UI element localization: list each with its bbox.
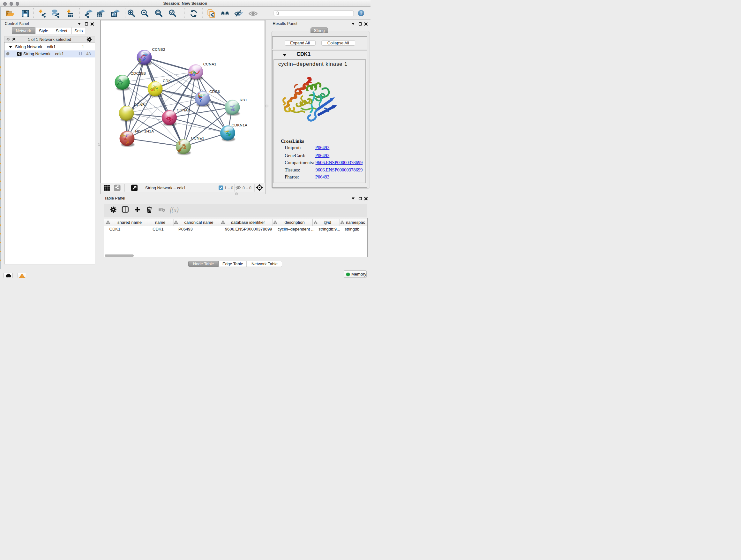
svg-text:9606.ENSP00000378699: 9606.ENSP00000378699 (225, 226, 272, 231)
svg-text:stringdb: stringdb (345, 226, 359, 231)
svg-text:1 – 0: 1 – 0 (224, 186, 233, 190)
svg-text:CDK1: CDK1 (163, 78, 173, 83)
svg-text:@id: @id (324, 220, 331, 225)
svg-text:CDC6: CDC6 (209, 89, 220, 94)
svg-text:namespac: namespac (346, 220, 365, 225)
svg-text:shared name: shared name (118, 220, 142, 225)
svg-text:f(x): f(x) (170, 206, 179, 213)
svg-text:name: name (155, 220, 165, 225)
svg-text:?: ? (360, 10, 362, 16)
svg-text:CDK1: CDK1 (109, 226, 120, 231)
svg-text:String Network – cdk1: String Network – cdk1 (145, 186, 186, 190)
svg-text:CDK1: CDK1 (152, 226, 164, 231)
svg-text:database identifier: database identifier (231, 220, 265, 225)
svg-text:CCNB2: CCNB2 (152, 47, 165, 52)
svg-text:CCNE1: CCNE1 (191, 136, 204, 140)
svg-text:CCNB1: CCNB1 (134, 103, 147, 107)
svg-text:description: description (284, 220, 305, 225)
svg-text:CDKN1A: CDKN1A (231, 123, 247, 127)
svg-text:0 – 0: 0 – 0 (243, 186, 252, 190)
svg-text:CCNA2: CCNA2 (177, 108, 190, 112)
svg-text:CCNA1: CCNA1 (203, 62, 216, 66)
svg-text:cyclin–dependent ...: cyclin–dependent ... (278, 226, 315, 231)
svg-text:canonical name: canonical name (184, 220, 213, 225)
svg-text:P06493: P06493 (179, 226, 193, 231)
svg-text:HIST1H1A: HIST1H1A (135, 129, 154, 133)
svg-text:CDC25B: CDC25B (131, 71, 146, 75)
svg-text:RB1: RB1 (240, 98, 247, 102)
svg-text:stringdb:9...: stringdb:9... (319, 226, 340, 231)
